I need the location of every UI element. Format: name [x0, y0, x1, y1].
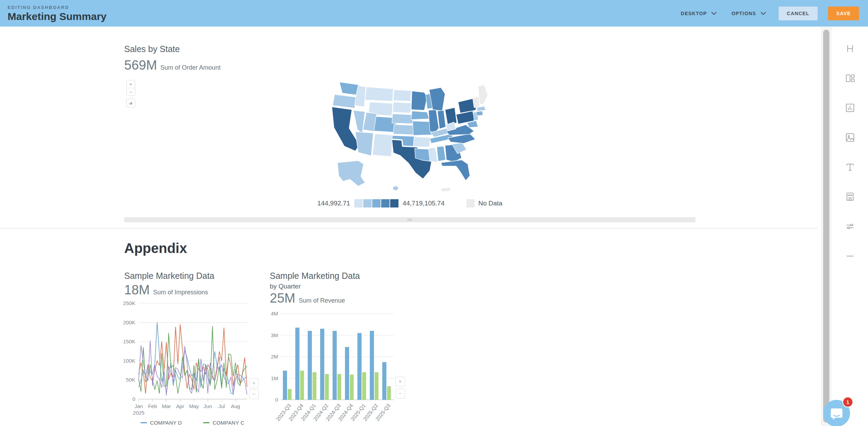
editor-header: EDITING DASHBOARD Marketing Summary DESK…: [0, 0, 868, 27]
bar[interactable]: [300, 371, 304, 400]
store-icon: [845, 192, 855, 202]
legend-item[interactable]: COMPANY C: [203, 420, 244, 426]
options-dropdown-label: OPTIONS: [731, 11, 756, 16]
metric-value: 18M: [124, 283, 150, 297]
chat-launcher-button[interactable]: 1: [823, 400, 850, 426]
bar[interactable]: [288, 389, 292, 400]
appstore-tool[interactable]: [840, 187, 860, 206]
state-ND[interactable]: [393, 90, 411, 101]
options-dropdown[interactable]: OPTIONS: [729, 10, 768, 17]
bar[interactable]: [357, 333, 362, 400]
cancel-button[interactable]: CANCEL: [779, 7, 818, 20]
state-ME[interactable]: [478, 85, 488, 105]
layout-icon: [845, 73, 855, 83]
desktop-dropdown[interactable]: DESKTOP: [679, 10, 719, 17]
legend-item[interactable]: COMPANY D: [141, 420, 182, 426]
bar-chart-icon: [845, 103, 855, 113]
add-chart-tool[interactable]: [840, 98, 860, 118]
bar[interactable]: [375, 372, 378, 400]
add-layout-tool[interactable]: [840, 69, 860, 88]
metric-label: Sum of Impressions: [153, 289, 208, 296]
chart-zoom-in-button[interactable]: +: [395, 377, 405, 386]
add-heading-tool[interactable]: [840, 39, 860, 58]
bar[interactable]: [382, 362, 386, 400]
map-zoom-control: + −: [126, 80, 135, 96]
divider-line-icon: [845, 251, 855, 261]
axis-tick-label: 1M: [263, 375, 278, 381]
map-zoom-out-button[interactable]: −: [127, 88, 135, 96]
bar[interactable]: [320, 329, 324, 400]
bar[interactable]: [313, 372, 316, 400]
state-IL[interactable]: [428, 110, 439, 133]
save-button[interactable]: SAVE: [828, 7, 859, 20]
bar[interactable]: [333, 331, 337, 400]
chart-zoom-in-button[interactable]: +: [249, 378, 259, 388]
axis-tick-label: 200K: [120, 320, 135, 325]
state-MN[interactable]: [411, 91, 427, 110]
revenue-chart-card[interactable]: Sample Marketing Data by Quarter 25M Sum…: [270, 269, 415, 426]
chart-zoom-out-button[interactable]: −: [395, 389, 405, 398]
state-SD[interactable]: [393, 102, 411, 113]
section-resize-handle[interactable]: [124, 217, 696, 222]
map-zoom-in-button[interactable]: +: [127, 80, 135, 88]
bar[interactable]: [325, 374, 329, 400]
card-title: Sample Marketing Data: [270, 271, 360, 281]
appendix-heading: Appendix: [124, 241, 187, 256]
card-title: Sample Marketing Data: [124, 271, 214, 281]
us-choropleth-map[interactable]: [324, 73, 490, 194]
state-AL[interactable]: [437, 146, 446, 161]
map-city-toggle-button[interactable]: [126, 99, 135, 108]
state-WA[interactable]: [339, 82, 359, 95]
bar[interactable]: [362, 372, 366, 400]
axis-tick-label: May: [186, 403, 201, 409]
state-OR[interactable]: [333, 94, 357, 108]
state-IA[interactable]: [411, 111, 429, 120]
state-MT[interactable]: [365, 87, 393, 101]
chart-zoom-out-button[interactable]: −: [249, 389, 259, 399]
chart-legend: COMPANY DCOMPANY C: [141, 420, 244, 426]
state-AK[interactable]: [337, 161, 365, 186]
state-AZ[interactable]: [355, 132, 373, 156]
state-CT[interactable]: [476, 111, 483, 116]
filters-tool[interactable]: [840, 217, 860, 236]
chat-bubble-icon: [829, 406, 844, 420]
axis-tick-label: Jun: [200, 403, 215, 409]
line-chart-plot: [137, 302, 248, 403]
divider-tool[interactable]: [840, 246, 860, 266]
bar[interactable]: [308, 331, 312, 400]
state-OH[interactable]: [445, 108, 457, 125]
chevron-down-icon: [711, 12, 717, 15]
axis-tick-label: Feb: [145, 403, 160, 409]
state-KS[interactable]: [393, 124, 415, 135]
bar[interactable]: [295, 328, 299, 400]
bar[interactable]: [370, 331, 374, 400]
bar[interactable]: [345, 347, 349, 400]
bar[interactable]: [337, 374, 341, 400]
state-NV[interactable]: [353, 110, 365, 134]
state-NM[interactable]: [373, 134, 393, 156]
map-legend: 144,992.71 44,719,105.74 No Data: [124, 199, 696, 207]
state-VT[interactable]: [473, 97, 480, 108]
desktop-dropdown-label: DESKTOP: [681, 11, 707, 16]
legend-color-scale: [354, 199, 398, 207]
sales-by-state-card[interactable]: Sales by State 569M Sum of Order Amount …: [124, 44, 696, 216]
axis-tick-label: Aug: [228, 403, 243, 409]
impressions-chart-card[interactable]: Sample Marketing Data 18M Sum of Impress…: [124, 269, 269, 426]
bar[interactable]: [387, 386, 391, 400]
scrollbar-thumb[interactable]: [823, 30, 829, 423]
bar[interactable]: [350, 375, 354, 400]
bar[interactable]: [283, 371, 287, 400]
state-HI[interactable]: [393, 186, 399, 191]
state-NE[interactable]: [392, 114, 413, 124]
vertical-scrollbar[interactable]: [821, 27, 831, 426]
summary-number: 18M Sum of Impressions: [124, 283, 208, 297]
state-FL[interactable]: [441, 160, 470, 181]
summary-number: 569M Sum of Order Amount: [124, 58, 220, 73]
add-text-tool[interactable]: [840, 158, 860, 177]
state-MS[interactable]: [428, 148, 437, 162]
state-AR[interactable]: [413, 137, 431, 147]
add-image-tool[interactable]: [840, 128, 860, 147]
widget-toolbar: [831, 27, 868, 426]
state-PR[interactable]: [441, 187, 451, 192]
metric-label: Sum of Order Amount: [160, 64, 220, 71]
